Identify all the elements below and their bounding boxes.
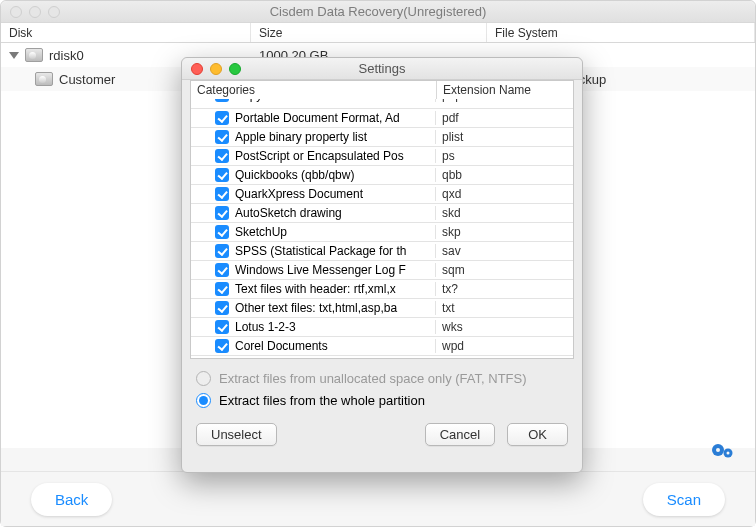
ok-button[interactable]: OK — [507, 423, 568, 446]
filetype-row[interactable]: Windows Live Messenger Log Fsqm — [191, 261, 573, 280]
filetype-row[interactable]: Text files with header: rtf,xml,xtx? — [191, 280, 573, 299]
filetype-ext: ps — [436, 149, 573, 163]
filetype-ext: tx? — [436, 282, 573, 296]
filetype-ext: pap — [436, 99, 573, 102]
back-button[interactable]: Back — [31, 483, 112, 516]
filetype-row[interactable]: Corel Documentswpd — [191, 337, 573, 356]
radio-unallocated: Extract files from unallocated space onl… — [196, 367, 568, 389]
filetype-ext: txt — [436, 301, 573, 315]
col-disk[interactable]: Disk — [1, 23, 251, 42]
filetype-label: Portable Document Format, Ad — [235, 111, 400, 125]
cancel-button[interactable]: Cancel — [425, 423, 495, 446]
checkbox-icon[interactable] — [215, 111, 229, 125]
filetype-ext: sav — [436, 244, 573, 258]
filetype-label: QuarkXpress Document — [235, 187, 363, 201]
svg-point-3 — [727, 452, 730, 455]
zoom-icon[interactable] — [48, 6, 60, 18]
radio-label: Extract files from unallocated space onl… — [219, 371, 527, 386]
checkbox-icon[interactable] — [215, 320, 229, 334]
filetype-ext: skd — [436, 206, 573, 220]
disk-table-header: Disk Size File System — [1, 23, 755, 43]
filetype-label: Quickbooks (qbb/qbw) — [235, 168, 354, 182]
minimize-icon[interactable] — [210, 63, 222, 75]
extract-options: Extract files from unallocated space onl… — [182, 359, 582, 415]
checkbox-icon[interactable] — [215, 244, 229, 258]
volume-name: Customer — [59, 72, 115, 87]
checkbox-icon[interactable] — [215, 130, 229, 144]
filetype-row[interactable]: PostScript or Encapsulated Posps — [191, 147, 573, 166]
filetype-label: SketchUp — [235, 225, 287, 239]
filetype-label: Papyrus word file — [235, 99, 327, 102]
disclosure-triangle-icon[interactable] — [9, 52, 19, 59]
disk-name: rdisk0 — [49, 48, 84, 63]
filetype-row[interactable]: SketchUpskp — [191, 223, 573, 242]
filetype-row[interactable]: Apple binary property listplist — [191, 128, 573, 147]
disk-icon — [35, 72, 53, 86]
filetype-label: Lotus 1-2-3 — [235, 320, 296, 334]
zoom-icon[interactable] — [229, 63, 241, 75]
radio-icon[interactable] — [196, 393, 211, 408]
radio-label: Extract files from the whole partition — [219, 393, 425, 408]
close-icon[interactable] — [10, 6, 22, 18]
dialog-title: Settings — [182, 58, 582, 80]
filetype-row[interactable]: AutoSketch drawingskd — [191, 204, 573, 223]
filetype-label: Windows Live Messenger Log F — [235, 263, 406, 277]
filetype-ext: wpd — [436, 339, 573, 353]
filetype-row[interactable]: Papyrus word filepap — [191, 99, 573, 109]
checkbox-icon[interactable] — [215, 225, 229, 239]
checkbox-icon[interactable] — [215, 168, 229, 182]
filetype-label: Other text files: txt,html,asp,ba — [235, 301, 397, 315]
checkbox-icon[interactable] — [215, 263, 229, 277]
col-size[interactable]: Size — [251, 23, 487, 42]
filetype-list[interactable]: Papyrus word filepapPortable Document Fo… — [190, 99, 574, 359]
filetype-label: Corel Documents — [235, 339, 328, 353]
main-window: Cisdem Data Recovery(Unregistered) Disk … — [0, 0, 756, 527]
filetype-ext: qbb — [436, 168, 573, 182]
dialog-titlebar: Settings — [182, 58, 582, 80]
col-extension[interactable]: Extension Name — [437, 81, 573, 99]
col-filesystem[interactable]: File System — [487, 23, 755, 42]
filetype-ext: sqm — [436, 263, 573, 277]
scan-button[interactable]: Scan — [643, 483, 725, 516]
filetype-label: PostScript or Encapsulated Pos — [235, 149, 404, 163]
filetype-row[interactable]: QuarkXpress Documentqxd — [191, 185, 573, 204]
filetype-ext: pdf — [436, 111, 573, 125]
dialog-buttons: Unselect Cancel OK — [182, 415, 582, 446]
filetype-label: Apple binary property list — [235, 130, 367, 144]
checkbox-icon[interactable] — [215, 282, 229, 296]
filetype-row[interactable]: Other text files: txt,html,asp,batxt — [191, 299, 573, 318]
checkbox-icon[interactable] — [215, 339, 229, 353]
filetype-row[interactable]: Portable Document Format, Adpdf — [191, 109, 573, 128]
unselect-button[interactable]: Unselect — [196, 423, 277, 446]
filetype-label: Text files with header: rtf,xml,x — [235, 282, 396, 296]
filetype-ext: skp — [436, 225, 573, 239]
checkbox-icon[interactable] — [215, 99, 229, 102]
filetype-row[interactable]: Lotus 1-2-3wks — [191, 318, 573, 337]
checkbox-icon[interactable] — [215, 187, 229, 201]
svg-point-1 — [716, 448, 720, 452]
settings-gear-icon[interactable] — [711, 441, 735, 464]
close-icon[interactable] — [191, 63, 203, 75]
settings-dialog: Settings Categories Extension Name Papyr… — [181, 57, 583, 473]
minimize-icon[interactable] — [29, 6, 41, 18]
main-titlebar: Cisdem Data Recovery(Unregistered) — [1, 1, 755, 23]
checkbox-icon[interactable] — [215, 206, 229, 220]
filetype-row[interactable]: Quickbooks (qbb/qbw)qbb — [191, 166, 573, 185]
filetype-label: SPSS (Statistical Package for th — [235, 244, 406, 258]
col-categories[interactable]: Categories — [191, 81, 437, 99]
bottom-bar: Back Scan — [1, 471, 755, 526]
checkbox-icon[interactable] — [215, 149, 229, 163]
window-title: Cisdem Data Recovery(Unregistered) — [1, 1, 755, 23]
categories-header: Categories Extension Name — [190, 80, 574, 99]
filetype-ext: wks — [436, 320, 573, 334]
radio-icon — [196, 371, 211, 386]
filetype-label: AutoSketch drawing — [235, 206, 342, 220]
checkbox-icon[interactable] — [215, 301, 229, 315]
radio-whole-partition[interactable]: Extract files from the whole partition — [196, 389, 568, 411]
filetype-row[interactable]: SPSS (Statistical Package for thsav — [191, 242, 573, 261]
filetype-ext: plist — [436, 130, 573, 144]
disk-icon — [25, 48, 43, 62]
filetype-ext: qxd — [436, 187, 573, 201]
